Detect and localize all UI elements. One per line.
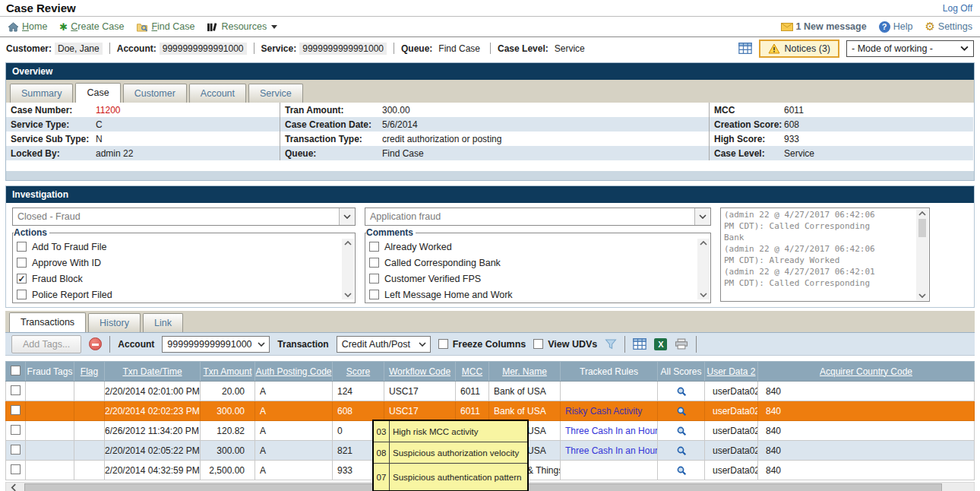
actions-legend: Actions	[14, 227, 49, 238]
tab-summary[interactable]: Summary	[10, 84, 73, 103]
settings-link[interactable]: ⚙ Settings	[925, 21, 972, 32]
action-checkbox[interactable]	[17, 274, 27, 284]
tracked-rules-link[interactable]: Risky Cash Activity	[565, 406, 642, 417]
fraud-type-select[interactable]: Application fraud	[365, 207, 711, 226]
scroll-down-icon	[344, 293, 352, 297]
overview-header: Overview	[6, 63, 974, 80]
investigation-panel: Investigation Closed - Fraud Actions Add…	[5, 185, 975, 308]
tab-case[interactable]: Case	[75, 83, 120, 103]
col-header-all-scores[interactable]: All Scores	[658, 362, 705, 382]
tab-account[interactable]: Account	[189, 84, 246, 103]
export-excel-icon[interactable]: X	[654, 338, 667, 350]
tab-link[interactable]: Link	[143, 313, 183, 332]
row-checkbox[interactable]	[11, 425, 21, 435]
case-status-value: Closed - Fraud	[17, 211, 81, 222]
tracked-rules-link[interactable]: Three Cash In an Hour ...	[565, 426, 658, 436]
service-label: Service:	[261, 43, 297, 54]
cell-fraud-tags	[26, 441, 74, 461]
log-scrollbar[interactable]	[916, 209, 928, 300]
action-checkbox[interactable]	[17, 258, 27, 268]
tab-transactions[interactable]: Transactions	[9, 312, 86, 332]
notices-button[interactable]: Notices (3)	[759, 40, 839, 58]
col-header-fraud-tags[interactable]: Fraud Tags	[26, 362, 74, 382]
scrollbar-thumb[interactable]	[918, 219, 926, 237]
find-case-folder-icon	[136, 22, 148, 32]
col-header-tracked-rules[interactable]: Tracked Rules	[561, 362, 658, 382]
action-checkbox[interactable]	[17, 242, 27, 252]
scroll-up-icon	[344, 241, 352, 246]
rule-description: High risk MCC activity	[390, 421, 527, 442]
print-icon[interactable]	[675, 338, 688, 350]
row-checkbox[interactable]	[11, 385, 21, 395]
case-creation-date-label: Case Creation Date:	[285, 119, 382, 130]
table-row-selected[interactable]: 2/20/2014 02:02:23 PM 300.00 A 608 USC17…	[6, 401, 975, 421]
nav-home[interactable]: Home	[8, 21, 47, 32]
queue-value: Find Case	[435, 43, 483, 55]
grid-view-icon[interactable]	[633, 338, 646, 350]
nav-find-case[interactable]: Find Case	[136, 21, 194, 32]
cell-auth-posting-code: A	[255, 441, 333, 461]
grid-view-icon[interactable]	[738, 43, 752, 54]
cell-txn-date: 6/26/2012 11:34:20 PM	[105, 421, 201, 441]
col-header-flag[interactable]: Flag	[74, 362, 105, 382]
nav-resources[interactable]: Resources	[207, 21, 277, 32]
tab-customer[interactable]: Customer	[123, 84, 187, 103]
tracked-rules-tooltip: 03 High risk MCC activity 08 Suspicious …	[372, 420, 529, 491]
new-message-indicator[interactable]: 1 New message	[781, 21, 867, 32]
row-checkbox[interactable]	[11, 464, 21, 474]
chevron-down-icon	[960, 46, 969, 51]
remove-tag-icon[interactable]	[89, 337, 102, 350]
divider	[696, 336, 697, 353]
tab-history[interactable]: History	[88, 313, 141, 332]
col-header-score[interactable]: Score	[333, 362, 384, 382]
col-header-auth-posting-code[interactable]: Auth Posting Code	[255, 362, 333, 382]
nav-create-case[interactable]: ✱ Create Case	[59, 21, 124, 32]
tracked-rules-link[interactable]: Three Cash In an Hour ...	[565, 445, 658, 456]
case-status-select[interactable]: Closed - Fraud	[12, 207, 356, 226]
comment-checkbox[interactable]	[369, 258, 379, 268]
chevron-down-icon[interactable]	[694, 208, 710, 225]
table-row[interactable]: 2/20/2014 02:01:00 PM 20.00 A 124 USC17 …	[6, 382, 975, 401]
row-checkbox[interactable]	[11, 405, 21, 415]
col-header-mer-name[interactable]: Mer. Name	[489, 362, 561, 382]
chevron-down-icon[interactable]	[339, 208, 355, 225]
account-select[interactable]: 9999999999991000	[162, 336, 270, 353]
scroll-left-icon[interactable]	[8, 483, 20, 491]
list-item: Police Report Filed	[17, 287, 340, 300]
log-off-link[interactable]: Log Off	[943, 3, 972, 14]
row-checkbox[interactable]	[11, 445, 21, 455]
help-link[interactable]: ? Help	[879, 21, 913, 33]
transaction-select[interactable]: Credit Auth/Post	[337, 336, 431, 353]
col-header-workflow-code[interactable]: Workflow Code	[384, 362, 456, 382]
filter-funnel-icon[interactable]	[605, 339, 617, 350]
action-checkbox[interactable]	[17, 290, 27, 299]
select-all-header[interactable]	[6, 362, 26, 382]
nav-bar: Home ✱ Create Case Find Case Resources 1…	[0, 17, 980, 37]
col-header-txn-amount[interactable]: Txn Amount	[201, 362, 255, 382]
cell-mer-name: Bank of USA	[489, 401, 561, 421]
all-scores-magnifier-icon[interactable]	[676, 445, 687, 456]
actions-group: Actions Add To Fraud File Approve With I…	[12, 227, 356, 303]
comment-checkbox[interactable]	[369, 274, 379, 284]
col-header-acquirer-country-code[interactable]: Acquirer Country Code	[758, 362, 975, 382]
actions-scrollbar[interactable]	[342, 239, 354, 299]
col-header-mcc[interactable]: MCC	[456, 362, 489, 382]
all-scores-magnifier-icon[interactable]	[676, 386, 687, 397]
tab-service[interactable]: Service	[248, 84, 303, 103]
col-header-user-data-2[interactable]: User Data 2	[705, 362, 758, 382]
view-udvs-checkbox[interactable]	[533, 339, 543, 349]
chevron-down-icon	[258, 342, 265, 347]
add-tags-button[interactable]: Add Tags...	[11, 335, 81, 353]
account-field: Account: 9999999999991000	[117, 43, 247, 55]
comment-checkbox[interactable]	[369, 290, 379, 299]
all-scores-magnifier-icon[interactable]	[676, 426, 687, 436]
investigation-log[interactable]: (admin 22 @ 4/27/2017 06:42:06 PM CDT): …	[720, 207, 930, 302]
select-all-checkbox[interactable]	[11, 366, 21, 375]
comment-checkbox[interactable]	[369, 242, 379, 252]
mode-of-working-select[interactable]: - Mode of working -	[846, 40, 974, 57]
comments-scrollbar[interactable]	[697, 239, 710, 299]
freeze-columns-checkbox[interactable]	[438, 339, 448, 349]
all-scores-magnifier-icon[interactable]	[676, 406, 687, 417]
all-scores-magnifier-icon[interactable]	[676, 465, 687, 476]
col-header-txn-date[interactable]: Txn Date/Time	[105, 362, 201, 382]
